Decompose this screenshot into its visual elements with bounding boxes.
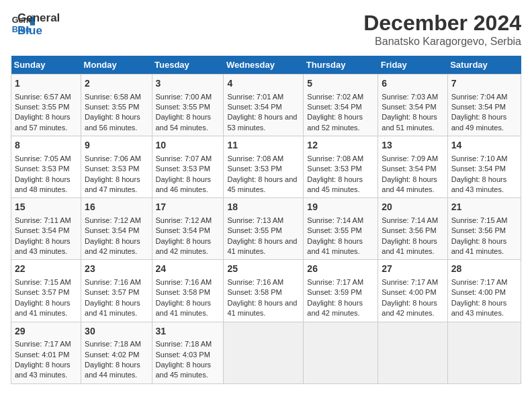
day-number: 17 [156,201,220,214]
daylight-label: Daylight: 8 hours and 44 minutes. [85,361,140,379]
sunrise-time: Sunrise: 7:00 AM [156,93,212,101]
calendar-cell: 18Sunrise: 7:13 AMSunset: 3:55 PMDayligh… [224,198,304,260]
daylight-label: Daylight: 8 hours and 53 minutes. [227,113,297,131]
daylight-label: Daylight: 8 hours and 42 minutes. [382,299,437,317]
sunrise-time: Sunrise: 7:17 AM [15,340,71,348]
daylight-label: Daylight: 8 hours and 45 minutes. [227,175,297,193]
day-number: 14 [451,139,517,152]
page-subtitle: Banatsko Karagorgevo, Serbia [363,36,521,48]
day-number: 8 [15,139,77,152]
calendar-cell: 5Sunrise: 7:02 AMSunset: 3:54 PMDaylight… [304,75,378,136]
day-number: 5 [307,77,374,91]
sunrise-time: Sunrise: 7:16 AM [227,278,283,286]
daylight-label: Daylight: 8 hours and 43 minutes. [15,237,71,255]
sunrise-time: Sunrise: 7:09 AM [382,154,438,163]
calendar-cell: 9Sunrise: 7:06 AMSunset: 3:53 PMDaylight… [81,136,152,198]
day-number: 30 [85,325,148,338]
col-header-tuesday: Tuesday [152,56,224,75]
sunrise-time: Sunrise: 7:04 AM [451,93,508,101]
sunrise-time: Sunrise: 7:15 AM [15,278,71,286]
page-title: December 2024 [363,11,521,36]
sunrise-time: Sunrise: 7:16 AM [156,278,212,286]
calendar-cell: 26Sunrise: 7:17 AMSunset: 3:59 PMDayligh… [304,260,378,322]
day-number: 15 [15,201,77,214]
sunset-time: Sunset: 3:56 PM [451,226,506,234]
calendar-cell: 15Sunrise: 7:11 AMSunset: 3:54 PMDayligh… [11,198,81,260]
day-number: 13 [382,139,443,152]
sunrise-time: Sunrise: 7:08 AM [227,154,283,163]
sunrise-time: Sunrise: 7:01 AM [227,93,283,101]
day-number: 27 [382,263,443,276]
sunrise-time: Sunrise: 7:07 AM [156,154,212,163]
calendar-body: 1Sunrise: 6:57 AMSunset: 3:55 PMDaylight… [11,75,521,384]
calendar-cell: 7Sunrise: 7:04 AMSunset: 3:54 PMDaylight… [447,75,521,136]
sunset-time: Sunset: 3:54 PM [15,226,69,234]
calendar-cell: 30Sunrise: 7:18 AMSunset: 4:02 PMDayligh… [81,322,152,383]
daylight-label: Daylight: 8 hours and 48 minutes. [15,175,71,193]
sunset-time: Sunset: 3:55 PM [15,103,69,111]
calendar-cell [304,322,378,383]
sunrise-time: Sunrise: 6:58 AM [85,93,141,101]
day-number: 31 [156,325,220,338]
sunset-time: Sunset: 3:55 PM [156,103,210,111]
day-number: 2 [85,77,148,91]
sunrise-time: Sunrise: 7:18 AM [156,340,212,348]
sunset-time: Sunset: 3:58 PM [227,288,281,296]
day-number: 19 [307,201,374,214]
sunset-time: Sunset: 4:03 PM [156,351,210,359]
day-number: 16 [85,201,148,214]
daylight-label: Daylight: 8 hours and 51 minutes. [382,113,437,131]
sunrise-time: Sunrise: 7:03 AM [382,93,438,101]
sunrise-time: Sunrise: 7:17 AM [307,278,363,286]
calendar-cell: 25Sunrise: 7:16 AMSunset: 3:58 PMDayligh… [224,260,304,322]
sunset-time: Sunset: 3:58 PM [156,288,210,296]
day-number: 10 [156,139,220,152]
day-number: 25 [227,263,300,276]
sunset-time: Sunset: 3:54 PM [85,226,139,234]
calendar-cell: 23Sunrise: 7:16 AMSunset: 3:57 PMDayligh… [81,260,152,322]
calendar-cell: 10Sunrise: 7:07 AMSunset: 3:53 PMDayligh… [152,136,224,198]
sunset-time: Sunset: 3:53 PM [85,165,139,173]
col-header-monday: Monday [81,56,152,75]
calendar-header-row: SundayMondayTuesdayWednesdayThursdayFrid… [11,56,521,75]
calendar-cell: 13Sunrise: 7:09 AMSunset: 3:54 PMDayligh… [378,136,447,198]
daylight-label: Daylight: 8 hours and 41 minutes. [156,299,212,317]
sunset-time: Sunset: 3:57 PM [15,288,69,296]
calendar-week-4: 22Sunrise: 7:15 AMSunset: 3:57 PMDayligh… [11,260,521,322]
daylight-label: Daylight: 8 hours and 43 minutes. [15,361,71,379]
day-number: 11 [227,139,300,152]
sunset-time: Sunset: 3:54 PM [451,103,506,111]
sunset-time: Sunset: 3:56 PM [382,226,436,234]
day-number: 3 [156,77,220,91]
sunset-time: Sunset: 3:53 PM [307,165,361,173]
calendar-week-1: 1Sunrise: 6:57 AMSunset: 3:55 PMDaylight… [11,75,521,136]
calendar-cell: 28Sunrise: 7:17 AMSunset: 4:00 PMDayligh… [447,260,521,322]
day-number: 24 [156,263,220,276]
daylight-label: Daylight: 8 hours and 57 minutes. [15,113,71,131]
sunrise-time: Sunrise: 7:12 AM [85,216,141,224]
daylight-label: Daylight: 8 hours and 42 minutes. [156,237,212,255]
sunrise-time: Sunrise: 7:10 AM [451,154,508,163]
calendar-cell: 12Sunrise: 7:08 AMSunset: 3:53 PMDayligh… [304,136,378,198]
sunrise-time: Sunrise: 7:14 AM [382,216,438,224]
daylight-label: Daylight: 8 hours and 41 minutes. [382,237,437,255]
logo: General Blue General Blue [11,11,60,37]
day-number: 1 [15,77,77,91]
col-header-saturday: Saturday [447,56,521,75]
sunrise-time: Sunrise: 7:06 AM [85,154,141,163]
calendar-cell: 24Sunrise: 7:16 AMSunset: 3:58 PMDayligh… [152,260,224,322]
calendar-cell: 3Sunrise: 7:00 AMSunset: 3:55 PMDaylight… [152,75,224,136]
sunrise-time: Sunrise: 7:05 AM [15,154,71,163]
day-number: 28 [451,263,517,276]
calendar-cell: 31Sunrise: 7:18 AMSunset: 4:03 PMDayligh… [152,322,224,383]
daylight-label: Daylight: 8 hours and 54 minutes. [156,113,212,131]
day-number: 21 [451,201,517,214]
calendar-cell: 1Sunrise: 6:57 AMSunset: 3:55 PMDaylight… [11,75,81,136]
sunrise-time: Sunrise: 7:18 AM [85,340,141,348]
sunset-time: Sunset: 3:55 PM [307,226,361,234]
col-header-thursday: Thursday [304,56,378,75]
daylight-label: Daylight: 8 hours and 41 minutes. [307,237,363,255]
sunset-time: Sunset: 4:00 PM [382,288,436,296]
sunrise-time: Sunrise: 7:15 AM [451,216,508,224]
calendar-week-3: 15Sunrise: 7:11 AMSunset: 3:54 PMDayligh… [11,198,521,260]
